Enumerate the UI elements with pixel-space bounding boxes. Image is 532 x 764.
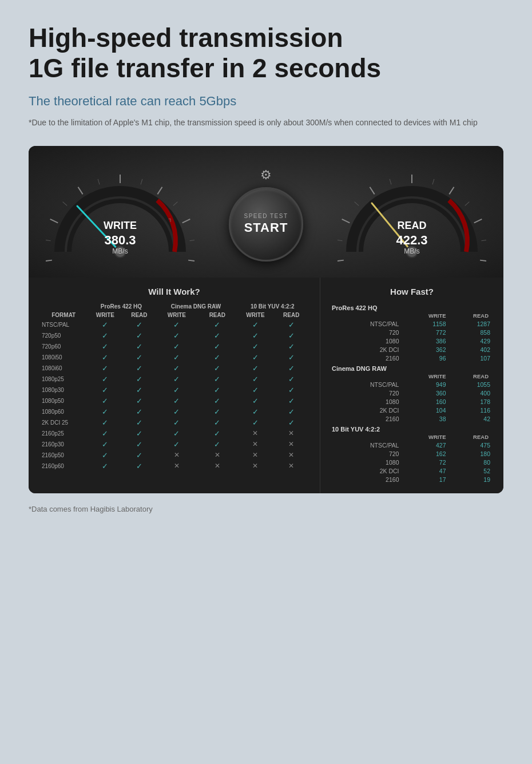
- hf-col-header: READ: [450, 312, 492, 320]
- svg-line-5: [157, 187, 162, 195]
- yuv-write-header: WRITE: [236, 311, 274, 319]
- check-icon: ✓: [102, 462, 108, 470]
- check-cell: ✓: [156, 374, 198, 385]
- cross-icon: ✕: [288, 429, 294, 437]
- check-icon: ✓: [252, 320, 259, 329]
- hf-read-value: 52: [450, 467, 492, 476]
- hf-format-name: 2K DCI: [332, 467, 402, 476]
- hf-write-value: 17: [402, 476, 449, 484]
- check-cell: ✓: [156, 319, 198, 330]
- hf-write-value: 96: [402, 354, 449, 363]
- check-icon: ✓: [136, 386, 142, 394]
- check-cell: ✓: [123, 385, 155, 395]
- check-icon: ✓: [173, 375, 180, 383]
- check-cell: ✓: [236, 406, 274, 417]
- hf-read-value: 116: [450, 406, 492, 415]
- table-row: 1080p60✓✓✓✓✓✓: [40, 406, 308, 417]
- hf-data-row: NTSC/PAL427475: [332, 441, 492, 450]
- hf-write-value: 360: [402, 389, 449, 398]
- check-icon: ✓: [136, 320, 142, 329]
- hf-format-name: 720: [332, 389, 402, 398]
- check-cell: ✕: [156, 461, 198, 472]
- format-cell: 1080p60: [40, 406, 87, 417]
- check-icon: ✓: [252, 418, 259, 427]
- check-cell: ✓: [87, 352, 123, 363]
- hf-read-value: 178: [450, 398, 492, 406]
- check-icon: ✓: [173, 407, 180, 416]
- check-cell: ✓: [236, 385, 274, 395]
- speed-test-button[interactable]: SPEED TEST START: [229, 187, 303, 262]
- check-cell: ✓: [123, 417, 155, 428]
- check-cell: ✓: [198, 319, 236, 330]
- hf-section-name: Cinema DNG RAW: [332, 363, 492, 373]
- format-cell: 1080p25: [40, 374, 87, 385]
- read-gauge: READ 422.3 MB/s: [332, 163, 492, 266]
- check-icon: ✓: [288, 331, 295, 340]
- check-cell: ✓: [156, 341, 198, 352]
- hf-section-header-row: 10 Bit YUV 4:2:2: [332, 423, 492, 433]
- format-cell: 1080p30: [40, 385, 87, 395]
- check-cell: ✓: [198, 406, 236, 417]
- check-icon: ✓: [102, 386, 108, 394]
- check-cell: ✓: [275, 395, 308, 406]
- check-icon: ✓: [173, 342, 180, 351]
- check-icon: ✓: [173, 429, 180, 438]
- check-icon: ✓: [173, 440, 180, 449]
- check-icon: ✓: [102, 364, 108, 373]
- svg-line-38: [481, 240, 486, 241]
- check-icon: ✓: [102, 375, 108, 383]
- check-icon: ✓: [173, 397, 180, 405]
- check-icon: ✓: [102, 342, 108, 351]
- check-cell: ✕: [236, 428, 274, 439]
- hf-write-value: 1158: [402, 320, 449, 328]
- check-icon: ✓: [252, 364, 259, 373]
- hf-data-row: 2K DCI362402: [332, 346, 492, 354]
- format-cell: 720p50: [40, 330, 87, 341]
- check-icon: ✓: [288, 418, 295, 427]
- check-cell: ✓: [198, 395, 236, 406]
- svg-line-25: [342, 219, 350, 223]
- hf-read-value: 180: [450, 450, 492, 458]
- check-icon: ✓: [136, 353, 142, 362]
- hf-data-row: NTSC/PAL9491055: [332, 381, 492, 389]
- cross-icon: ✕: [215, 451, 220, 459]
- hf-read-value: 19: [450, 476, 492, 484]
- check-icon: ✓: [214, 375, 220, 383]
- check-cell: ✓: [123, 461, 155, 472]
- check-icon: ✓: [173, 320, 180, 329]
- hf-data-row: 2K DCI104116: [332, 406, 492, 415]
- svg-line-36: [432, 179, 434, 185]
- check-icon: ✓: [214, 331, 220, 340]
- check-icon: ✓: [288, 320, 295, 329]
- check-cell: ✓: [275, 330, 308, 341]
- hf-format-name: NTSC/PAL: [332, 381, 402, 389]
- table-row: 1080i50✓✓✓✓✓✓: [40, 352, 308, 363]
- format-cell: 2K DCI 25: [40, 417, 87, 428]
- check-icon: ✓: [288, 386, 295, 394]
- table-row: NTSC/PAL✓✓✓✓✓✓: [40, 319, 308, 330]
- check-cell: ✓: [156, 363, 198, 374]
- check-cell: ✓: [275, 352, 308, 363]
- check-icon: ✓: [252, 386, 259, 394]
- speed-test-start: START: [244, 220, 288, 235]
- check-cell: ✓: [123, 450, 155, 461]
- hf-read-value: 475: [450, 441, 492, 450]
- speed-test-label: SPEED TEST: [244, 213, 288, 219]
- hf-data-row: 720162180: [332, 450, 492, 458]
- svg-line-1: [46, 260, 52, 261]
- hf-read-value: 42: [450, 415, 492, 423]
- check-icon: ✓: [252, 331, 259, 340]
- cross-icon: ✕: [174, 451, 180, 459]
- hf-section-name: ProRes 422 HQ: [332, 302, 492, 312]
- cross-icon: ✕: [252, 440, 258, 448]
- check-icon: ✓: [102, 407, 108, 416]
- check-icon: ✓: [252, 407, 259, 416]
- cross-icon: ✕: [252, 429, 258, 437]
- svg-line-35: [390, 179, 391, 185]
- hf-format-name: 2K DCI: [332, 346, 402, 354]
- check-cell: ✓: [87, 330, 123, 341]
- check-icon: ✓: [214, 320, 220, 329]
- prores-header: ProRes 422 HQ: [87, 302, 155, 311]
- hf-write-value: 47: [402, 467, 449, 476]
- check-icon: ✓: [136, 397, 142, 405]
